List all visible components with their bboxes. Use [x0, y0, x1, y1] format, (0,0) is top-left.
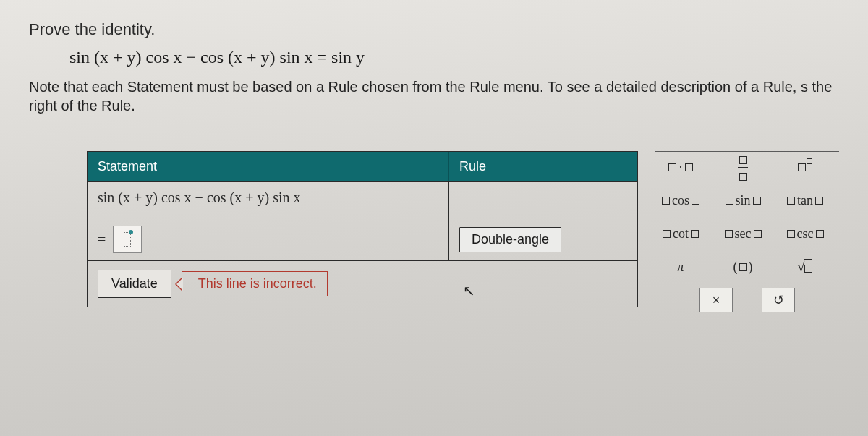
error-message: This line is incorrect.	[182, 271, 328, 296]
clear-button[interactable]: ×	[699, 288, 733, 312]
table-row: sin (x + y) cos x − cos (x + y) sin x	[88, 181, 637, 218]
symbol-palette: · cos sin tan	[655, 151, 839, 312]
instruction-note: Note that each Statement must be based o…	[29, 77, 839, 115]
statement-cell-1: sin (x + y) cos x − cos (x + y) sin x	[88, 182, 449, 218]
header-statement: Statement	[88, 152, 449, 181]
palette-row: cot sec csc	[655, 221, 839, 246]
rule-cell-2[interactable]: Double-angle	[449, 218, 637, 260]
validate-button[interactable]: Validate	[98, 270, 171, 298]
palette-multiply[interactable]: ·	[655, 155, 706, 179]
exercise-screen: Prove the identity. sin (x + y) cos x − …	[0, 0, 868, 436]
prompt-heading: Prove the identity.	[29, 20, 839, 39]
palette-csc[interactable]: csc	[780, 221, 830, 246]
palette-fraction[interactable]	[718, 155, 768, 179]
input-placeholder-icon	[124, 232, 131, 247]
palette-sec[interactable]: sec	[718, 221, 768, 246]
table-row: = Double-angle	[88, 218, 637, 260]
table-header: Statement Rule	[88, 152, 637, 181]
palette-row: ·	[655, 155, 839, 179]
palette-sqrt[interactable]: √	[780, 255, 830, 279]
header-rule: Rule	[449, 152, 637, 181]
rule-chip-double-angle[interactable]: Double-angle	[459, 227, 561, 252]
validate-row: Validate This line is incorrect.	[88, 260, 637, 307]
palette-power[interactable]	[780, 155, 830, 179]
reset-icon: ↺	[773, 292, 784, 308]
palette-pi[interactable]: π	[655, 255, 706, 279]
palette-row: π () √	[655, 255, 839, 279]
statement-input[interactable]	[113, 226, 142, 253]
palette-cot[interactable]: cot	[655, 221, 706, 246]
palette-sin[interactable]: sin	[718, 188, 768, 213]
work-area: Statement Rule sin (x + y) cos x − cos (…	[87, 151, 839, 312]
rule-cell-1	[449, 182, 637, 218]
close-icon: ×	[712, 293, 720, 308]
equals-sign: =	[98, 231, 106, 248]
statement-expression-1: sin (x + y) cos x − cos (x + y) sin x	[98, 189, 300, 205]
palette-parens[interactable]: ()	[718, 255, 768, 279]
identity-expression: sin (x + y) cos x − cos (x + y) sin x = …	[69, 48, 839, 67]
palette-actions: × ↺	[655, 288, 839, 312]
proof-table: Statement Rule sin (x + y) cos x − cos (…	[87, 151, 638, 307]
reset-button[interactable]: ↺	[762, 288, 795, 312]
palette-row: cos sin tan	[655, 188, 839, 213]
palette-tan[interactable]: tan	[780, 188, 830, 213]
statement-cell-2: =	[88, 218, 449, 260]
palette-cos[interactable]: cos	[655, 188, 706, 213]
